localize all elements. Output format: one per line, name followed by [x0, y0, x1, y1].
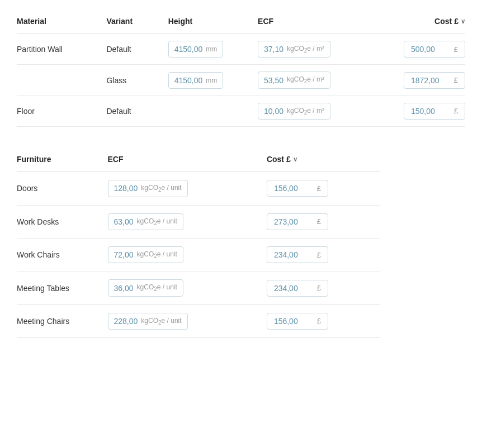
- furn-ecf-value: 228,00: [114, 317, 138, 326]
- cost-input[interactable]: 1872,00 £: [404, 72, 465, 89]
- material-ecf[interactable]: 53,50 kgCO2e / m²: [258, 65, 381, 96]
- material-variant: Default: [106, 34, 168, 65]
- furn-cost-input[interactable]: 156,00 £: [267, 313, 328, 330]
- furn-cost-input[interactable]: 273,00 £: [267, 213, 328, 230]
- material-height[interactable]: 4150,00 mm: [168, 34, 258, 65]
- height-unit: mm: [206, 45, 217, 53]
- height-value: 4150,00: [174, 45, 203, 54]
- furniture-ecf[interactable]: 128,00 kgCO2e / unit: [108, 172, 267, 205]
- furn-ecf-input[interactable]: 228,00 kgCO2e / unit: [108, 313, 188, 330]
- cost-input[interactable]: 500,00 £: [404, 41, 465, 58]
- furniture-ecf[interactable]: 228,00 kgCO2e / unit: [108, 304, 267, 337]
- furn-ecf-unit: kgCO2e / unit: [141, 317, 181, 326]
- furniture-name: Meeting Chairs: [17, 304, 108, 337]
- furn-cost-currency: £: [317, 317, 321, 325]
- material-ecf[interactable]: 10,00 kgCO2e / m²: [258, 96, 381, 126]
- furniture-row: Meeting Chairs 228,00 kgCO2e / unit 156,…: [17, 304, 380, 337]
- ecf-header: ECF: [258, 11, 381, 34]
- furn-cost-currency: £: [317, 251, 321, 259]
- ecf-input[interactable]: 37,10 kgCO2e / m²: [258, 41, 330, 58]
- furniture-table: Furniture ECF Cost £ ∨ Doors 128,00 kgCO…: [17, 149, 380, 338]
- furniture-row: Work Desks 63,00 kgCO2e / unit 273,00 £: [17, 205, 380, 238]
- sort-icon[interactable]: ∨: [461, 18, 465, 25]
- furn-ecf-input[interactable]: 36,00 kgCO2e / unit: [108, 279, 183, 296]
- furn-ecf-unit: kgCO2e / unit: [137, 250, 177, 259]
- furn-cost-value: 273,00: [274, 217, 298, 226]
- furn-cost-value: 234,00: [274, 250, 298, 259]
- furniture-name: Work Chairs: [17, 238, 108, 271]
- furniture-ecf[interactable]: 36,00 kgCO2e / unit: [108, 271, 267, 304]
- cost-currency: £: [454, 107, 458, 115]
- furn-ecf-value: 128,00: [114, 184, 138, 193]
- furniture-row: Doors 128,00 kgCO2e / unit 156,00 £: [17, 172, 380, 205]
- material-height[interactable]: [168, 96, 258, 126]
- material-height[interactable]: 4150,00 mm: [168, 65, 258, 96]
- furn-ecf-input[interactable]: 128,00 kgCO2e / unit: [108, 180, 188, 197]
- ecf-unit: kgCO2e / m²: [287, 75, 324, 84]
- furniture-cost[interactable]: 234,00 £: [267, 271, 380, 304]
- furniture-ecf[interactable]: 72,00 kgCO2e / unit: [108, 238, 267, 271]
- furn-ecf-unit: kgCO2e / unit: [137, 283, 177, 292]
- furn-ecf-value: 36,00: [114, 284, 134, 293]
- furniture-ecf-header: ECF: [108, 149, 267, 172]
- furn-ecf-unit: kgCO2e / unit: [137, 217, 177, 226]
- furniture-cost[interactable]: 273,00 £: [267, 205, 380, 238]
- cost-label: Cost: [434, 17, 452, 26]
- material-row: FloorDefault 10,00 kgCO2e / m² 150,00 £: [17, 96, 465, 126]
- furniture-header: Furniture: [17, 149, 108, 172]
- height-header: Height: [168, 11, 258, 34]
- ecf-input[interactable]: 10,00 kgCO2e / m²: [258, 103, 330, 120]
- furn-cost-currency: £: [317, 184, 321, 193]
- material-name: [17, 65, 106, 96]
- cost-currency: £: [454, 76, 458, 84]
- height-unit: mm: [206, 77, 217, 84]
- furn-cost-value: 156,00: [274, 184, 298, 193]
- height-input[interactable]: 4150,00 mm: [168, 72, 224, 89]
- materials-table: Material Variant Height ECF Cost £ ∨ Par…: [17, 11, 465, 127]
- furniture-cost[interactable]: 156,00 £: [267, 304, 380, 337]
- furniture-sort-icon[interactable]: ∨: [293, 156, 297, 163]
- furn-cost-input[interactable]: 234,00 £: [267, 280, 328, 297]
- height-input[interactable]: 4150,00 mm: [168, 41, 224, 58]
- ecf-unit: kgCO2e / m²: [287, 45, 324, 54]
- ecf-input[interactable]: 53,50 kgCO2e / m²: [258, 72, 330, 88]
- furniture-row: Work Chairs 72,00 kgCO2e / unit 234,00 £: [17, 238, 380, 271]
- furniture-cost-header[interactable]: Cost £ ∨: [267, 149, 380, 172]
- furniture-cost[interactable]: 234,00 £: [267, 238, 380, 271]
- cost-input[interactable]: 150,00 £: [404, 103, 465, 120]
- material-row: Glass 4150,00 mm 53,50 kgCO2e / m² 1872,…: [17, 65, 465, 96]
- material-cost[interactable]: 150,00 £: [381, 96, 465, 126]
- furn-cost-input[interactable]: 156,00 £: [267, 180, 328, 197]
- furn-cost-input[interactable]: 234,00 £: [267, 246, 328, 263]
- furn-ecf-value: 63,00: [114, 217, 134, 226]
- cost-currency: £: [454, 17, 459, 26]
- cost-value: 500,00: [411, 45, 435, 54]
- furniture-cost-label: Cost: [267, 155, 284, 164]
- material-header: Material: [17, 11, 106, 34]
- furn-cost-currency: £: [317, 217, 321, 226]
- furn-ecf-input[interactable]: 72,00 kgCO2e / unit: [108, 246, 183, 263]
- furniture-ecf[interactable]: 63,00 kgCO2e / unit: [108, 205, 267, 238]
- ecf-value: 37,10: [264, 45, 283, 54]
- furniture-cost-currency: £: [286, 155, 291, 164]
- furn-cost-value: 234,00: [274, 284, 298, 293]
- furn-ecf-value: 72,00: [114, 250, 134, 259]
- furniture-name: Work Desks: [17, 205, 108, 238]
- furniture-cost[interactable]: 156,00 £: [267, 172, 380, 205]
- material-cost[interactable]: 500,00 £: [381, 34, 465, 65]
- material-name: Floor: [17, 96, 106, 126]
- cost-value: 150,00: [411, 107, 435, 116]
- cost-currency: £: [454, 45, 458, 54]
- material-ecf[interactable]: 37,10 kgCO2e / m²: [258, 34, 381, 65]
- furn-cost-currency: £: [317, 284, 321, 292]
- material-name: Partition Wall: [17, 34, 106, 65]
- material-cost[interactable]: 1872,00 £: [381, 65, 465, 96]
- material-row: Partition WallDefault 4150,00 mm 37,10 k…: [17, 34, 465, 65]
- furn-ecf-unit: kgCO2e / unit: [141, 184, 181, 193]
- furn-ecf-input[interactable]: 63,00 kgCO2e / unit: [108, 213, 183, 230]
- material-variant: Default: [106, 96, 168, 126]
- cost-header[interactable]: Cost £ ∨: [381, 11, 465, 34]
- material-variant: Glass: [106, 65, 168, 96]
- height-value: 4150,00: [174, 76, 203, 85]
- furniture-name: Meeting Tables: [17, 271, 108, 304]
